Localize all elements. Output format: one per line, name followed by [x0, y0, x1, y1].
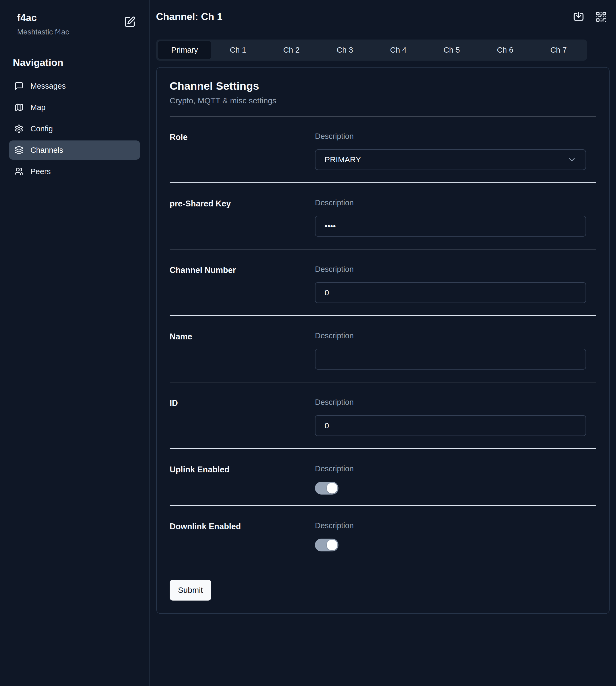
card-title: Channel Settings	[170, 80, 596, 92]
channel-settings-card: Channel Settings Crypto, MQTT & misc set…	[156, 67, 610, 614]
edit-device-button[interactable]	[124, 16, 136, 28]
field-description: Description	[315, 265, 596, 274]
field-description: Description	[315, 464, 596, 473]
sidebar-nav: Messages Map Config Channels	[0, 76, 149, 181]
field-row-id: ID Description	[170, 382, 596, 448]
save-to-device-button[interactable]	[573, 11, 585, 23]
field-label: Role	[170, 132, 315, 170]
device-info: f4ac Meshtastic f4ac	[17, 12, 69, 36]
sidebar-item-label: Messages	[30, 82, 66, 91]
submit-button[interactable]: Submit	[170, 580, 211, 600]
sidebar-item-label: Map	[30, 103, 45, 112]
tab-ch2[interactable]: Ch 2	[265, 41, 318, 59]
tab-primary[interactable]: Primary	[158, 41, 211, 59]
tab-ch6[interactable]: Ch 6	[479, 41, 532, 59]
device-name: f4ac	[17, 12, 69, 23]
card-subtitle: Crypto, MQTT & misc settings	[170, 96, 596, 105]
pre-shared-key-input[interactable]	[315, 216, 586, 236]
field-label: ID	[170, 398, 315, 436]
download-tray-icon	[573, 20, 585, 23]
sidebar-item-label: Config	[30, 124, 53, 133]
users-icon	[15, 167, 23, 176]
page-title: Channel: Ch 1	[156, 11, 222, 22]
sidebar-item-config[interactable]: Config	[9, 119, 140, 138]
sidebar-item-label: Peers	[30, 167, 51, 176]
topbar-actions	[573, 11, 607, 23]
uplink-enabled-toggle[interactable]	[315, 482, 338, 495]
tab-ch1[interactable]: Ch 1	[211, 41, 265, 59]
qr-code-icon	[595, 20, 607, 23]
sidebar-item-peers[interactable]: Peers	[9, 162, 140, 181]
channel-number-input[interactable]	[315, 282, 586, 303]
sidebar-header: f4ac Meshtastic f4ac	[0, 0, 149, 36]
topbar: Channel: Ch 1	[150, 0, 616, 34]
qr-code-button[interactable]	[595, 11, 607, 23]
sidebar: f4ac Meshtastic f4ac Navigation Messages	[0, 0, 150, 686]
field-row-downlink: Downlink Enabled Description	[170, 506, 596, 562]
tab-ch3[interactable]: Ch 3	[318, 41, 372, 59]
tab-ch4[interactable]: Ch 4	[372, 41, 425, 59]
field-row-name: Name Description	[170, 316, 596, 382]
field-description: Description	[315, 521, 596, 530]
main-area: Channel: Ch 1	[150, 0, 616, 686]
field-row-role: Role Description PRIMARY	[170, 116, 596, 182]
sidebar-item-map[interactable]: Map	[9, 98, 140, 117]
field-label: Downlink Enabled	[170, 521, 315, 551]
id-input[interactable]	[315, 415, 586, 436]
sidebar-item-channels[interactable]: Channels	[9, 140, 140, 160]
field-label: pre-Shared Key	[170, 199, 315, 236]
sidebar-item-label: Channels	[30, 146, 63, 155]
nav-heading: Navigation	[13, 57, 149, 68]
content: Primary Ch 1 Ch 2 Ch 3 Ch 4 Ch 5 Ch 6 Ch…	[150, 34, 616, 627]
role-select[interactable]: PRIMARY	[315, 149, 586, 170]
field-label: Name	[170, 331, 315, 370]
field-description: Description	[315, 199, 596, 207]
layers-icon	[15, 145, 23, 155]
field-description: Description	[315, 132, 596, 141]
square-pen-icon	[124, 25, 136, 28]
channel-tabs: Primary Ch 1 Ch 2 Ch 3 Ch 4 Ch 5 Ch 6 Ch…	[156, 40, 587, 61]
toggle-knob	[327, 483, 337, 494]
toggle-knob	[327, 540, 337, 550]
app-root: f4ac Meshtastic f4ac Navigation Messages	[0, 0, 616, 686]
sidebar-item-messages[interactable]: Messages	[9, 76, 140, 96]
role-select-value: PRIMARY	[325, 155, 361, 164]
field-row-psk: pre-Shared Key Description	[170, 183, 596, 249]
field-description: Description	[315, 331, 596, 340]
field-row-channel-number: Channel Number Description	[170, 249, 596, 315]
message-square-icon	[15, 82, 23, 91]
tab-ch5[interactable]: Ch 5	[425, 41, 479, 59]
downlink-enabled-toggle[interactable]	[315, 539, 338, 551]
tab-ch7[interactable]: Ch 7	[532, 41, 585, 59]
field-description: Description	[315, 398, 596, 407]
field-label: Uplink Enabled	[170, 464, 315, 495]
device-subtitle: Meshtastic f4ac	[17, 28, 69, 36]
map-icon	[15, 103, 23, 112]
field-label: Channel Number	[170, 265, 315, 303]
gear-icon	[15, 124, 23, 133]
chevron-down-icon	[567, 155, 576, 164]
field-row-uplink: Uplink Enabled Description	[170, 449, 596, 505]
name-input[interactable]	[315, 349, 586, 370]
